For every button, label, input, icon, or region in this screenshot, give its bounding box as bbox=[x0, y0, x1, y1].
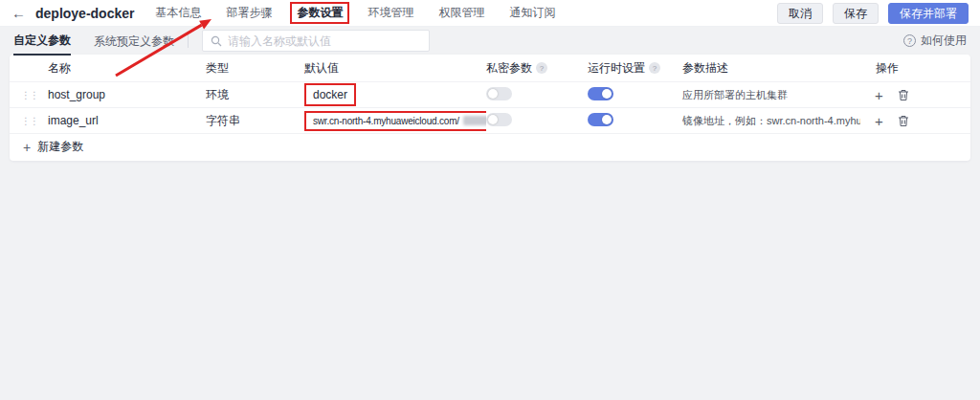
column-runtime: 运行时设置 ? bbox=[588, 60, 682, 77]
row-operations: + bbox=[866, 114, 970, 128]
private-toggle[interactable] bbox=[486, 113, 512, 126]
tab-parameter-settings[interactable]: 参数设置 bbox=[290, 2, 349, 24]
parameter-table-card: 名称 类型 默认值 私密参数 ? 运行时设置 ? 参数描述 操作 ⋮⋮ host… bbox=[10, 55, 970, 161]
param-default-cell: swr.cn-north-4.myhuaweicloud.com/ bbox=[304, 111, 486, 131]
sub-navigation: 自定义参数 系统预定义参数 ? 如何使用 bbox=[0, 27, 980, 55]
add-row-icon[interactable]: + bbox=[875, 88, 883, 102]
column-operations: 操作 bbox=[866, 60, 970, 77]
private-info-icon[interactable]: ? bbox=[536, 62, 547, 74]
delete-row-icon[interactable] bbox=[898, 89, 909, 101]
column-runtime-label: 运行时设置 bbox=[588, 60, 645, 77]
runtime-info-icon[interactable]: ? bbox=[649, 62, 660, 74]
annotation-red-box: swr.cn-north-4.myhuaweicloud.com/ bbox=[304, 111, 486, 131]
tab-deploy-steps[interactable]: 部署步骤 bbox=[226, 5, 272, 21]
column-type: 类型 bbox=[206, 60, 304, 77]
divider bbox=[188, 34, 189, 48]
table-row: ⋮⋮ image_url 字符串 swr.cn-north-4.myhuawei… bbox=[10, 107, 970, 133]
column-private-label: 私密参数 bbox=[486, 60, 532, 77]
search-input[interactable] bbox=[228, 34, 421, 48]
search-icon bbox=[211, 35, 222, 47]
cancel-button[interactable]: 取消 bbox=[777, 3, 823, 24]
how-to-use-label: 如何使用 bbox=[921, 33, 967, 49]
tab-basic-info[interactable]: 基本信息 bbox=[155, 5, 201, 21]
annotation-red-box: docker bbox=[304, 83, 356, 106]
param-description: 应用所部署的主机集群 bbox=[682, 88, 860, 102]
save-button[interactable]: 保存 bbox=[833, 3, 879, 24]
row-operations: + bbox=[866, 88, 970, 102]
plus-icon: + bbox=[23, 141, 31, 154]
add-row-icon[interactable]: + bbox=[875, 114, 883, 128]
subtab-custom-parameters[interactable]: 自定义参数 bbox=[13, 27, 71, 56]
drag-handle-icon[interactable]: ⋮⋮ bbox=[21, 116, 48, 126]
param-type: 环境 bbox=[206, 87, 304, 103]
delete-row-icon[interactable] bbox=[898, 115, 909, 127]
param-private-cell bbox=[486, 87, 588, 103]
parameter-search-box[interactable] bbox=[202, 30, 430, 52]
column-description: 参数描述 bbox=[682, 60, 866, 77]
top-header-bar: ← deploye-docker 基本信息 部署步骤 参数设置 环境管理 权限管… bbox=[0, 0, 980, 27]
column-private: 私密参数 ? bbox=[486, 60, 588, 77]
param-type: 字符串 bbox=[206, 113, 304, 129]
tab-environment-management[interactable]: 环境管理 bbox=[368, 5, 413, 21]
help-icon: ? bbox=[903, 34, 916, 47]
page-title: deploye-docker bbox=[35, 6, 134, 21]
how-to-use-link[interactable]: ? 如何使用 bbox=[903, 33, 967, 49]
tab-permission-management[interactable]: 权限管理 bbox=[438, 5, 484, 21]
param-private-cell bbox=[486, 113, 588, 129]
param-runtime-cell bbox=[588, 113, 682, 129]
param-runtime-cell bbox=[588, 87, 682, 103]
runtime-toggle[interactable] bbox=[588, 87, 613, 100]
top-action-buttons: 取消 保存 保存并部署 bbox=[777, 3, 969, 24]
column-default: 默认值 bbox=[304, 60, 486, 77]
main-tabs: 基本信息 部署步骤 参数设置 环境管理 权限管理 通知订阅 bbox=[155, 2, 555, 24]
private-toggle[interactable] bbox=[486, 87, 512, 100]
back-arrow-icon[interactable]: ← bbox=[11, 6, 26, 20]
param-description: 镜像地址，例如：swr.cn-north-4.myhuaweiclo... bbox=[682, 114, 860, 128]
param-name: host_group bbox=[48, 88, 206, 101]
drag-handle-icon[interactable]: ⋮⋮ bbox=[21, 90, 48, 100]
param-default-cell: docker bbox=[304, 83, 486, 106]
tab-notification-subscription[interactable]: 通知订阅 bbox=[509, 5, 555, 21]
save-and-deploy-button[interactable]: 保存并部署 bbox=[888, 3, 969, 24]
new-parameter-button[interactable]: + 新建参数 bbox=[10, 133, 970, 161]
param-default-value[interactable]: docker bbox=[313, 88, 347, 101]
param-default-value[interactable]: swr.cn-north-4.myhuaweicloud.com/ bbox=[313, 116, 459, 126]
column-name: 名称 bbox=[48, 60, 206, 77]
runtime-toggle[interactable] bbox=[588, 113, 613, 126]
redacted-value-blur bbox=[463, 116, 486, 125]
subtab-system-predefined-parameters[interactable]: 系统预定义参数 bbox=[94, 28, 174, 55]
table-row: ⋮⋮ host_group 环境 docker 应用所部署的主机集群 + bbox=[10, 81, 970, 107]
new-parameter-label: 新建参数 bbox=[37, 139, 83, 155]
table-header-row: 名称 类型 默认值 私密参数 ? 运行时设置 ? 参数描述 操作 bbox=[10, 55, 970, 81]
param-name: image_url bbox=[48, 114, 206, 127]
